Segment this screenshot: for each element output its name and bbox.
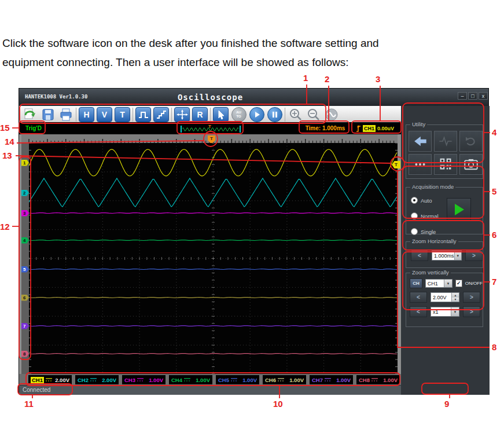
zoom-vertical-group: Zoom vertically CH CH1▼ ✓ ON/OFF < 2.00V…	[406, 273, 483, 327]
volts-spinner[interactable]: 2.00V ▲▼	[431, 292, 459, 302]
channel-cell-ch4[interactable]: CH41.00V	[169, 375, 212, 384]
channel-label: CH8	[359, 377, 370, 383]
multiplier-select[interactable]: x1▼	[431, 307, 459, 317]
volts-increase-button[interactable]: >	[463, 292, 480, 303]
run-icon[interactable]	[249, 107, 264, 122]
title-bar: HANTEK1008 Ver1.0.30 Oscilloscope – □ x	[19, 89, 488, 106]
channel-button[interactable]: CH	[410, 278, 422, 288]
channel-cell-ch7[interactable]: CH71.00V	[310, 375, 353, 384]
trigger-settings-icon[interactable]: T	[115, 107, 130, 122]
open-icon[interactable]	[22, 107, 38, 122]
callout-12: 12	[0, 222, 10, 232]
timebase-increase-button[interactable]: >	[465, 250, 483, 261]
channel-scale-value: 1.00V	[149, 377, 163, 383]
zoom-out-icon[interactable]	[306, 107, 321, 122]
screenshot-button[interactable]	[459, 154, 483, 175]
volts-decrease-button[interactable]: <	[410, 292, 427, 303]
dc-coupling-icon	[278, 377, 284, 382]
toolbar-separator	[285, 108, 285, 122]
toolbar-separator	[133, 108, 133, 122]
pause-icon[interactable]	[267, 107, 282, 122]
dc-coupling-icon	[325, 377, 331, 382]
channel-scale-value: 1.00V	[289, 377, 304, 383]
oscilloscope-window: HANTEK1008 Ver1.0.30 Oscilloscope – □ x …	[19, 88, 489, 394]
record-icon[interactable]: R	[192, 107, 208, 122]
channel-cell-ch3[interactable]: CH31.00V	[122, 375, 165, 384]
dc-coupling-icon	[46, 377, 52, 382]
trigger-readout: CH1 0.00uV	[354, 123, 402, 133]
waveform-preview[interactable]: T	[179, 123, 242, 133]
pointer-icon[interactable]	[213, 107, 229, 122]
waveform-display[interactable]	[29, 143, 398, 374]
calibration-icon[interactable]	[323, 107, 339, 122]
app-title: Oscilloscope	[19, 93, 402, 102]
channel-cell-ch8[interactable]: CH81.00V	[356, 375, 400, 384]
dropdown-arrow-icon[interactable]: ▼	[454, 251, 461, 260]
waveform-button[interactable]	[434, 131, 457, 152]
zoom-in-icon[interactable]	[288, 107, 303, 122]
radio-normal-circle[interactable]	[411, 212, 418, 219]
channel-scale-value: 1.00V	[242, 377, 257, 383]
callout-6: 6	[492, 230, 496, 240]
toolbar: H V T R AUTO	[19, 106, 401, 123]
spin-down-icon[interactable]: ▼	[452, 298, 459, 302]
callout-4: 4	[492, 127, 496, 137]
step-wave-icon[interactable]	[153, 107, 169, 122]
callout-15: 15	[0, 123, 10, 133]
radio-single-circle[interactable]	[411, 228, 418, 235]
cursor-measure-icon[interactable]	[174, 107, 190, 122]
radio-auto[interactable]: Auto	[411, 195, 447, 205]
minimize-button[interactable]: –	[458, 92, 467, 100]
toolbar-separator	[171, 108, 172, 122]
radio-normal[interactable]: Normal	[411, 210, 447, 221]
horizontal-settings-icon[interactable]: H	[79, 107, 94, 122]
dc-coupling-icon	[231, 377, 237, 382]
back-button[interactable]	[409, 131, 432, 152]
trace-ch5	[29, 269, 397, 270]
callout-8: 8	[492, 342, 496, 352]
multiplier-increase-button[interactable]: >	[463, 306, 480, 317]
callout-9: 9	[444, 399, 449, 409]
radio-auto-circle[interactable]	[411, 197, 418, 204]
trace-ch7	[29, 326, 397, 326]
print-icon[interactable]	[58, 107, 73, 122]
undo-button[interactable]	[459, 131, 483, 152]
channel-select[interactable]: CH1▼	[425, 279, 453, 288]
dropdown-arrow-icon[interactable]: ▼	[451, 307, 459, 316]
vertical-settings-icon[interactable]: V	[97, 107, 112, 122]
channel-label: CH7	[312, 377, 323, 383]
intro-line-2: equipment connecting. Then a user interf…	[2, 53, 500, 72]
channel-cell-ch6[interactable]: CH61.00V	[263, 375, 306, 384]
callout-3: 3	[376, 74, 380, 84]
trigger-status-label: Trig'D	[21, 123, 46, 133]
close-button[interactable]: x	[479, 92, 488, 100]
channel-label: CH2	[78, 377, 89, 383]
onoff-label: ON/OFF	[465, 281, 483, 286]
multiplier-decrease-button[interactable]: <	[410, 306, 427, 317]
pulse-wave-icon[interactable]	[135, 107, 151, 122]
channel-scale-value: 1.00V	[196, 377, 210, 383]
intro-text: Click the software icon on the desk afte…	[2, 34, 500, 72]
callout-11: 11	[24, 399, 34, 409]
dropdown-arrow-icon[interactable]: ▼	[444, 280, 452, 287]
more-options-button[interactable]	[409, 154, 432, 175]
callout-14: 14	[5, 137, 14, 146]
radio-single[interactable]: Single	[411, 226, 447, 236]
channel-cell-ch1[interactable]: CH12.00V	[28, 375, 72, 384]
autoset-icon[interactable]: AUTO	[231, 107, 247, 122]
spin-up-icon[interactable]: ▲	[452, 293, 459, 298]
timebase-decrease-button[interactable]: <	[411, 250, 428, 261]
channel-cell-ch5[interactable]: CH51.00V	[216, 375, 259, 384]
onoff-checkbox[interactable]: ✓	[455, 280, 462, 287]
maximize-button[interactable]: □	[468, 92, 477, 100]
channel-scale-value: 2.00V	[55, 377, 69, 383]
start-acquisition-button[interactable]	[447, 198, 471, 221]
qr-code-button[interactable]	[434, 154, 457, 175]
timebase-select[interactable]: 1.000ms▼	[432, 251, 462, 260]
acquisition-title: Acquisition mode	[410, 184, 455, 190]
trigger-channel-chip: CH1	[363, 125, 376, 132]
channel-cell-ch2[interactable]: CH22.00V	[75, 375, 119, 384]
channel-label: CH5	[218, 377, 229, 383]
zoom-horizontal-title: Zoom Horizontally	[410, 238, 458, 244]
save-icon[interactable]	[40, 107, 56, 122]
